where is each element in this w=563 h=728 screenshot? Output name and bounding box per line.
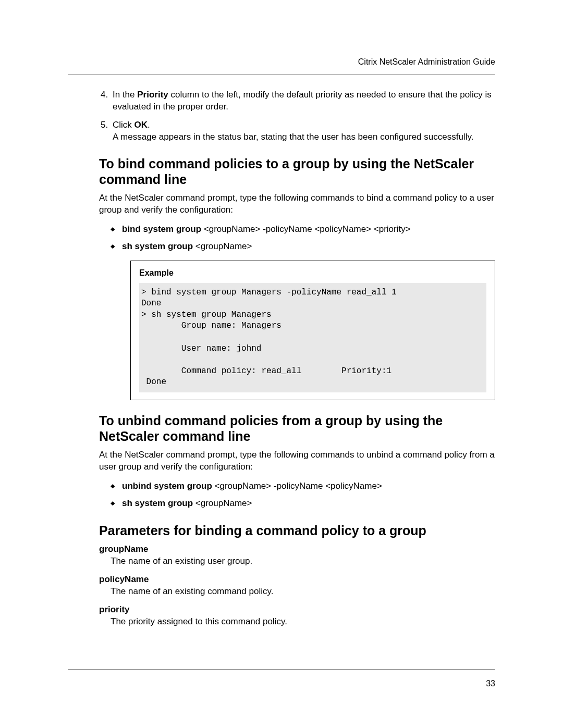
section1-para: At the NetScaler command prompt, type th…	[99, 192, 495, 216]
step-4: In the Priority column to the left, modi…	[111, 89, 495, 113]
param-policyname: policyName The name of an existing comma…	[99, 574, 495, 598]
param-groupname-desc: The name of an existing user group.	[111, 556, 495, 567]
step5-rest: .	[148, 120, 150, 130]
step-5: Click OK. A message appears in the statu…	[111, 119, 495, 143]
param-groupname-term: groupName	[99, 544, 495, 556]
s2-bullet1-rest: <groupName> -policyName <policyName>	[212, 481, 382, 491]
top-divider	[68, 74, 495, 75]
section2-heading: To unbind command policies from a group …	[99, 413, 495, 444]
param-policyname-desc: The name of an existing command policy.	[111, 586, 495, 598]
bullet1-bold: bind system group	[122, 224, 201, 234]
step5-prefix: Click	[113, 120, 134, 130]
param-policyname-term: policyName	[99, 574, 495, 586]
bullet-unbind-group: unbind system group <groupName> -policyN…	[111, 479, 495, 493]
step4-rest: column to the left, modify the default p…	[113, 90, 492, 112]
param-priority-term: priority	[99, 604, 495, 616]
param-priority: priority The priority assigned to this c…	[99, 604, 495, 628]
section1-heading: To bind command policies to a group by u…	[99, 156, 495, 187]
section2-bullets: unbind system group <groupName> -policyN…	[111, 479, 495, 510]
bullet-sh-group: sh system group <groupName>	[111, 240, 495, 253]
s2-bullet2-rest: <groupName>	[193, 498, 252, 508]
bullet-bind-group: bind system group <groupName> -policyNam…	[111, 223, 495, 236]
bullet1-rest: <groupName> -policyName <policyName> <pr…	[201, 224, 411, 234]
numbered-steps: In the Priority column to the left, modi…	[111, 89, 495, 143]
bottom-divider	[68, 669, 495, 670]
example-code: > bind system group Managers -policyName…	[139, 283, 486, 392]
bullet2-bold: sh system group	[122, 241, 193, 251]
bullet2-rest: <groupName>	[193, 241, 252, 251]
main-content: In the Priority column to the left, modi…	[99, 89, 495, 627]
param-priority-desc: The priority assigned to this command po…	[111, 616, 495, 628]
section2-para: At the NetScaler command prompt, type th…	[99, 449, 495, 473]
step4-bold: Priority	[137, 90, 168, 100]
step5-bold: OK	[134, 120, 148, 130]
step5-line2: A message appears in the status bar, sta…	[113, 132, 473, 142]
step4-prefix: In the	[113, 90, 137, 100]
example-label: Example	[139, 268, 486, 278]
example-box: Example > bind system group Managers -po…	[130, 261, 495, 400]
s2-bullet2-bold: sh system group	[122, 498, 193, 508]
section1-bullets: bind system group <groupName> -policyNam…	[111, 223, 495, 253]
page-number: 33	[68, 679, 495, 688]
header-title: Citrix NetScaler Administration Guide	[68, 57, 495, 67]
s2-bullet1-bold: unbind system group	[122, 481, 212, 491]
section3-heading: Parameters for binding a command policy …	[99, 523, 495, 538]
bullet-sh-group-2: sh system group <groupName>	[111, 497, 495, 510]
param-groupname: groupName The name of an existing user g…	[99, 544, 495, 567]
example-wrapper: Example > bind system group Managers -po…	[130, 261, 495, 400]
